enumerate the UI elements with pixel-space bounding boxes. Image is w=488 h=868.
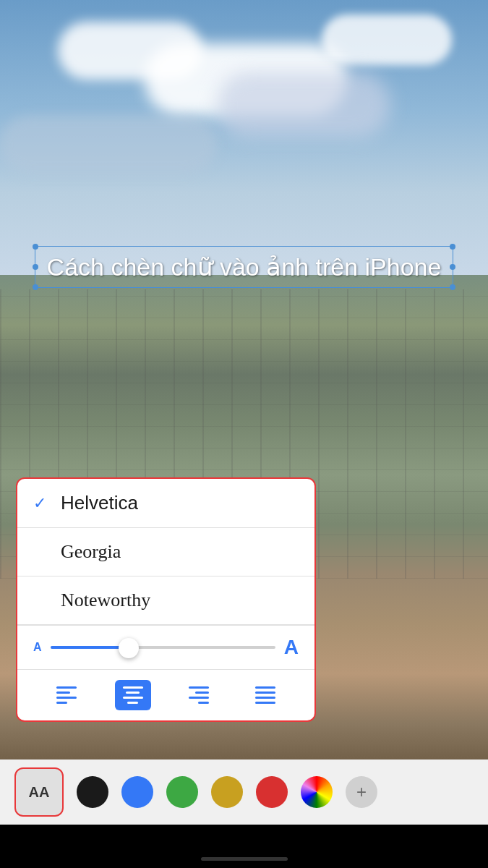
georgia-checkmark: ✓ bbox=[33, 542, 48, 561]
color-yellow-button[interactable] bbox=[211, 776, 243, 808]
size-slider-track[interactable] bbox=[51, 646, 275, 649]
font-format-button[interactable]: AA bbox=[14, 767, 64, 817]
photo-text-container: Cách chèn chữ vào ảnh trên iPhone bbox=[7, 246, 481, 288]
color-blue-button[interactable] bbox=[121, 776, 153, 808]
helvetica-checkmark: ✓ bbox=[33, 494, 48, 513]
add-color-button[interactable]: + bbox=[346, 776, 377, 808]
line1 bbox=[255, 686, 275, 689]
line1 bbox=[56, 686, 77, 689]
color-rainbow-button[interactable] bbox=[301, 776, 333, 808]
line4 bbox=[255, 702, 275, 704]
align-justify-icon bbox=[255, 686, 275, 704]
font-option-georgia[interactable]: ✓ Georgia bbox=[17, 528, 314, 576]
color-red-button[interactable] bbox=[256, 776, 288, 808]
line2 bbox=[255, 692, 275, 694]
align-right-icon bbox=[189, 686, 209, 704]
bottom-toolbar: AA + bbox=[0, 760, 488, 825]
line2 bbox=[126, 692, 140, 694]
align-center-icon bbox=[123, 686, 143, 704]
align-center-button[interactable] bbox=[115, 680, 151, 710]
line4 bbox=[56, 702, 67, 704]
align-left-icon bbox=[56, 686, 77, 704]
font-picker-panel: ✓ Helvetica ✓ Georgia ✓ Noteworthy A A bbox=[16, 477, 316, 722]
font-option-helvetica[interactable]: ✓ Helvetica bbox=[17, 479, 314, 528]
slider-thumb[interactable] bbox=[119, 638, 139, 658]
align-left-button[interactable] bbox=[48, 680, 85, 710]
size-slider-row: A A bbox=[17, 625, 314, 669]
font-name-noteworthy: Noteworthy bbox=[61, 590, 150, 611]
line2 bbox=[195, 692, 210, 694]
handle-ml[interactable] bbox=[33, 264, 38, 270]
color-green-button[interactable] bbox=[166, 776, 198, 808]
font-name-georgia: Georgia bbox=[61, 541, 121, 563]
noteworthy-checkmark: ✓ bbox=[33, 591, 48, 610]
slider-fill bbox=[51, 646, 129, 649]
line3 bbox=[255, 697, 275, 699]
cloud-3 bbox=[322, 14, 452, 65]
line3 bbox=[123, 697, 143, 699]
line3 bbox=[56, 697, 77, 699]
handle-tr[interactable] bbox=[450, 244, 455, 250]
photo-text-label: Cách chèn chữ vào ảnh trên iPhone bbox=[47, 253, 442, 281]
handle-bl[interactable] bbox=[33, 284, 38, 290]
align-justify-button[interactable] bbox=[247, 680, 283, 710]
cloud-4 bbox=[217, 72, 390, 137]
cloud-5 bbox=[0, 116, 217, 174]
size-label-large: A bbox=[284, 636, 299, 659]
photo-text-box[interactable]: Cách chèn chữ vào ảnh trên iPhone bbox=[35, 246, 454, 288]
sky-background bbox=[0, 0, 488, 275]
line1 bbox=[189, 686, 209, 689]
font-format-label: AA bbox=[29, 784, 50, 801]
line2 bbox=[56, 692, 71, 694]
alignment-row bbox=[17, 669, 314, 720]
color-black-button[interactable] bbox=[77, 776, 108, 808]
line1 bbox=[123, 686, 143, 689]
add-icon: + bbox=[356, 783, 367, 801]
font-option-noteworthy[interactable]: ✓ Noteworthy bbox=[17, 576, 314, 625]
font-name-helvetica: Helvetica bbox=[61, 492, 138, 514]
line3 bbox=[189, 697, 209, 699]
size-label-small: A bbox=[33, 641, 42, 654]
handle-tl[interactable] bbox=[33, 244, 38, 250]
line4 bbox=[127, 702, 138, 704]
home-indicator bbox=[201, 857, 288, 861]
align-right-button[interactable] bbox=[181, 680, 217, 710]
handle-mr[interactable] bbox=[450, 264, 455, 270]
line4 bbox=[198, 702, 209, 704]
